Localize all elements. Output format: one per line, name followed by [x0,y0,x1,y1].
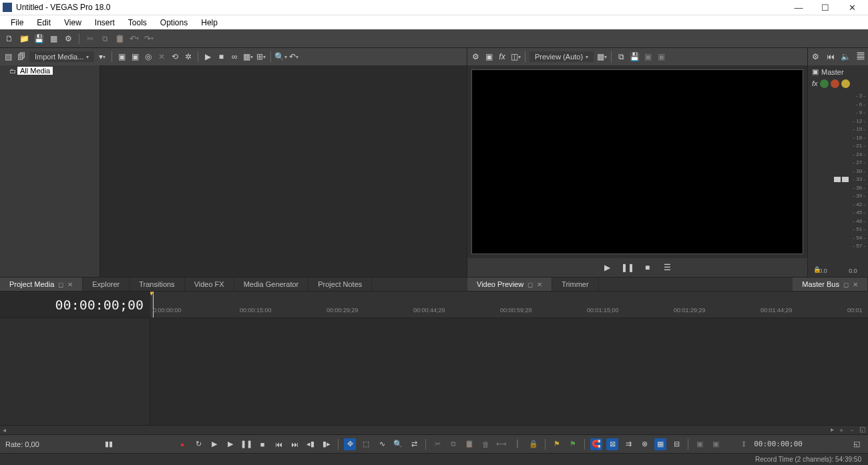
copy-tl-icon[interactable]: ⧉ [447,438,459,450]
zoom-fit-icon[interactable]: ◱ [859,426,865,435]
undock-icon[interactable]: ◻ [58,281,63,288]
master-fx-icon[interactable]: fx [812,79,818,88]
media-remove-icon[interactable]: ◎ [143,51,154,62]
menu-edit[interactable]: Edit [30,17,57,29]
maximize-button[interactable]: ☐ [812,3,839,13]
go-end-icon[interactable]: ⏭ [288,438,300,450]
region-icon[interactable]: ⚑ [567,438,579,450]
split-tl-icon[interactable]: ⎮ [511,438,523,450]
undock-icon[interactable]: ◻ [527,281,533,288]
selection-tool-icon[interactable]: ⬚ [360,438,372,450]
preview-safe-icon[interactable]: ▣ [656,51,666,62]
tab-video-preview[interactable]: Video Preview◻✕ [467,278,552,291]
tab-explorer[interactable]: Explorer [83,278,130,291]
lock-icon[interactable]: 🔒 [813,266,821,273]
preview-quality-dropdown[interactable]: Preview (Auto) [529,51,594,62]
close-tab-icon[interactable]: ✕ [67,281,73,288]
go-start-icon[interactable]: ⏮ [272,438,284,450]
auto-ripple-icon[interactable]: ⇉ [622,438,634,450]
preview-play-icon[interactable]: ▶ [602,262,613,273]
popup-icon[interactable]: ◱ [851,438,863,450]
media-refresh-icon[interactable]: ⟲ [170,51,180,62]
media-search-icon[interactable]: 🔍 [275,51,286,62]
preview-splitview-icon[interactable]: ◫ [510,51,521,62]
master-props-icon[interactable]: ⚙ [810,51,821,62]
timeline-scrollbar[interactable]: ◂ ▸ ＋ － ◱ [0,425,868,434]
preview-fx-icon[interactable]: fx [497,51,507,62]
trim-tl-icon[interactable]: ⟷ [495,438,507,450]
preview-scale-icon[interactable]: ▣ [642,51,653,62]
redo-icon[interactable]: ↷ [144,33,154,44]
fx-dot-orange-icon[interactable] [831,79,839,88]
media-history-icon[interactable]: ↶ [288,51,299,62]
media-fx-icon[interactable]: ▣ [116,51,127,62]
preview-stop-icon[interactable]: ■ [642,262,653,273]
copy-icon[interactable]: ⧉ [99,33,110,44]
undock-icon[interactable]: ◻ [843,281,849,288]
marker-icon[interactable]: ⚑ [551,438,563,450]
minimize-button[interactable]: — [785,3,812,13]
zoom-out-icon[interactable]: － [849,426,855,435]
media-props-icon[interactable]: ▤ [3,51,13,62]
undo-icon[interactable]: ↶ [129,33,140,44]
normal-edit-tool-icon[interactable]: ✥ [344,438,356,450]
lock-tl-icon[interactable]: 🔒 [527,438,539,450]
shuffle-tool-icon[interactable]: ⇄ [408,438,420,450]
tab-master-bus[interactable]: Master Bus◻✕ [793,278,868,291]
capture-icon[interactable]: ▾ [97,51,107,62]
tab-transitions[interactable]: Transitions [130,278,184,291]
tracks-area[interactable] [150,318,868,425]
delete-tl-icon[interactable]: 🗑 [479,438,491,450]
media-play-icon[interactable]: ▶ [202,51,213,62]
zoom-in-icon[interactable]: ＋ [838,426,845,435]
selection-length-icon[interactable]: ⟟ [738,438,750,450]
menu-view[interactable]: View [57,17,88,29]
properties-icon[interactable]: ⚙ [63,33,73,44]
next-frame-icon[interactable]: ▮▸ [320,438,333,450]
cut-icon[interactable]: ✂ [85,33,95,44]
fx-dot-yellow-icon[interactable] [841,79,850,88]
new-project-icon[interactable]: 🗋 [4,33,15,44]
media-autoplay-icon[interactable]: ∞ [229,51,240,62]
time-ruler[interactable]: 0:00:00:00 00:00:15:00 00:00:29;29 00:00… [150,292,868,318]
master-mixer-icon[interactable]: 𝍤 [855,51,866,62]
close-tab-icon[interactable]: ✕ [853,281,858,288]
play-start-icon[interactable]: ▶ [208,438,220,450]
preview-pause-icon[interactable]: ❚❚ [622,262,633,273]
event-pan-icon[interactable]: ▣ [710,438,722,450]
event-fx-icon[interactable]: ▣ [694,438,706,450]
rate-marker-icon[interactable]: ▮▮ [103,438,115,450]
close-button[interactable]: ✕ [839,3,865,13]
preview-extmon-icon[interactable]: ▣ [483,51,494,62]
envelope-tool-icon[interactable]: ∿ [376,438,388,450]
open-project-icon[interactable]: 📁 [19,33,29,44]
paste-tl-icon[interactable]: 📋 [463,438,475,450]
menu-options[interactable]: Options [154,17,194,29]
close-tab-icon[interactable]: ✕ [537,281,542,288]
quantize-icon[interactable]: ⊠ [606,438,618,450]
scroll-left-icon[interactable]: ◂ [3,426,6,434]
save-icon[interactable]: 💾 [33,33,44,44]
master-dim-icon[interactable]: 🔈 [840,51,851,62]
auto-ripple-mode-icon[interactable]: ▦ [654,438,666,450]
menu-help[interactable]: Help [194,17,224,29]
import-media-button[interactable]: Import Media... [29,51,94,62]
record-icon[interactable]: ● [176,438,188,450]
prev-frame-icon[interactable]: ◂▮ [304,438,316,450]
preview-overlays-icon[interactable]: ▦ [596,51,607,62]
fx-dot-green-icon[interactable] [820,79,829,88]
media-stop-icon[interactable]: ■ [216,51,226,62]
scroll-right-icon[interactable]: ▸ [831,426,834,435]
ignore-grouping-icon[interactable]: ⊟ [670,438,682,450]
all-media-node[interactable]: All Media [17,67,53,75]
menu-tools[interactable]: Tools [122,17,154,29]
master-prev-icon[interactable]: ⏮ [825,51,836,62]
media-list-icon[interactable]: 🗐 [16,51,27,62]
tab-video-fx[interactable]: Video FX [185,278,234,291]
play-icon[interactable]: ▶ [224,438,236,450]
media-delete-icon[interactable]: ✕ [156,51,167,62]
tab-media-generator[interactable]: Media Generator [234,278,309,291]
pause-icon[interactable]: ❚❚ [240,438,252,450]
paste-icon[interactable]: 📋 [114,33,125,44]
stop-icon[interactable]: ■ [256,438,268,450]
